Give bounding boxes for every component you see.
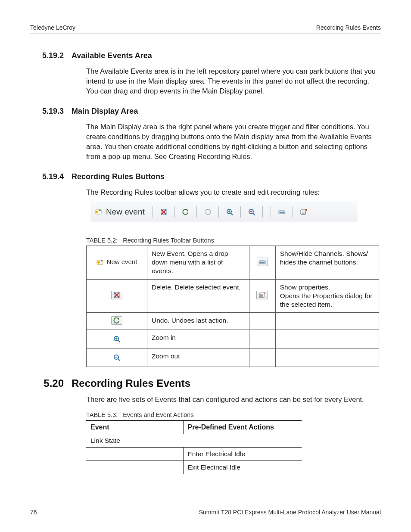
channels-button[interactable] xyxy=(276,206,287,218)
section-5-19-3-body: The Main Display area is the right panel… xyxy=(86,122,378,161)
recording-rules-toolbar: New event xyxy=(90,202,358,222)
zoom-in-icon xyxy=(113,336,120,342)
undo-button[interactable] xyxy=(180,206,191,218)
cell-icon xyxy=(87,279,147,312)
toolbar-separator xyxy=(196,206,197,218)
toolbar-separator xyxy=(153,206,153,218)
page: Teledyne LeCroy Recording Rules Events 5… xyxy=(0,0,411,532)
cell-icon xyxy=(87,330,147,348)
table-label: TABLE 5.3: xyxy=(86,411,118,418)
cell-icon: New event xyxy=(87,246,147,279)
cell-description: Show/Hide Channels. Shows/ hides the cha… xyxy=(275,246,379,279)
section-number: 5.19.4 xyxy=(30,172,72,181)
section-5-19-3-heading: 5.19.3 Main Display Area xyxy=(30,107,381,116)
table-row: Delete. Delete selected event. Show prop… xyxy=(87,279,379,312)
cell-event xyxy=(86,448,183,461)
table-row: Enter Electrical Idle xyxy=(86,448,302,461)
table-5-2: New event New Event. Opens a drop-down m… xyxy=(86,246,379,367)
cell-action: Enter Electrical Idle xyxy=(183,448,302,461)
header-right: Recording Rules Events xyxy=(316,24,381,31)
new-event-label: New event xyxy=(107,258,137,266)
properties-button-sample xyxy=(256,291,268,299)
table-row: New event New Event. Opens a drop-down m… xyxy=(87,246,379,279)
table-5-3-caption: TABLE 5.3: Events and Event Actions xyxy=(86,411,381,418)
zoom-out-icon xyxy=(113,354,120,361)
table-row: Link State xyxy=(86,434,302,448)
properties-button[interactable] xyxy=(298,206,309,218)
section-number: 5.20 xyxy=(30,377,72,389)
cell-empty xyxy=(275,330,379,348)
manual-title: Summit T28 PCI Express Multi-Lane Protoc… xyxy=(199,509,381,516)
redo-icon xyxy=(204,208,211,215)
properties-icon xyxy=(300,208,307,215)
section-title: Main Display Area xyxy=(72,107,138,116)
column-header-event: Event xyxy=(86,420,183,434)
cell-empty xyxy=(249,312,275,330)
table-row: Undo. Undoes last action. xyxy=(87,312,379,330)
channels-icon xyxy=(259,258,266,265)
toolbar-separator xyxy=(271,206,271,218)
undo-icon xyxy=(113,317,120,324)
table-caption-text: Recording Rules Toolbar Buttons xyxy=(123,237,214,244)
cell-icon xyxy=(249,246,275,279)
zoom-in-button-sample xyxy=(111,333,122,345)
toolbar-separator xyxy=(174,206,175,218)
cell-icon xyxy=(249,279,275,312)
zoom-in-icon xyxy=(226,208,233,215)
section-number: 5.19.2 xyxy=(30,51,72,60)
delete-button[interactable] xyxy=(158,206,169,218)
running-header: Teledyne LeCroy Recording Rules Events xyxy=(30,24,381,34)
zoom-out-button[interactable] xyxy=(246,206,257,218)
channels-button-sample xyxy=(257,258,268,266)
section-5-19-2-body: The Available Events area is in the left… xyxy=(86,66,378,96)
section-5-19-4-body: The Recording Rules toolbar allows you t… xyxy=(86,187,378,197)
section-title: Recording Rules Events xyxy=(72,377,190,389)
zoom-out-icon xyxy=(248,208,255,215)
channels-icon xyxy=(278,208,285,215)
toolbar-separator xyxy=(293,206,293,218)
cell-event xyxy=(86,461,183,474)
table-5-3: Event Pre-Defined Event Actions Link Sta… xyxy=(86,420,302,474)
column-header-actions: Pre-Defined Event Actions xyxy=(183,420,302,434)
section-title: Available Events Area xyxy=(72,51,152,60)
table-caption-text: Events and Event Actions xyxy=(123,411,193,418)
cell-description: Zoom out xyxy=(147,348,249,367)
header-left: Teledyne LeCroy xyxy=(30,24,75,31)
table-label: TABLE 5.2: xyxy=(86,237,118,244)
table-row: Exit Electrical Idle xyxy=(86,461,302,474)
new-event-icon xyxy=(97,258,104,265)
table-row: Zoom out xyxy=(87,348,379,367)
section-5-20-body: There are five sets of Events that can c… xyxy=(86,395,378,404)
table-header-row: Event Pre-Defined Event Actions xyxy=(86,420,302,434)
table-5-2-caption: TABLE 5.2: Recording Rules Toolbar Butto… xyxy=(86,237,381,244)
cell-empty xyxy=(275,348,379,367)
page-footer: 76 Summit T28 PCI Express Multi-Lane Pro… xyxy=(30,509,381,516)
new-event-button-sample: New event xyxy=(97,258,137,266)
cell-icon xyxy=(87,312,147,330)
new-event-button[interactable]: New event xyxy=(95,207,147,217)
cell-description: New Event. Opens a drop-down menu with a… xyxy=(147,246,249,279)
cell-empty xyxy=(249,330,275,348)
cell-description: Undo. Undoes last action. xyxy=(147,312,249,330)
table-row: Zoom in xyxy=(87,330,379,348)
section-number: 5.19.3 xyxy=(30,107,72,116)
new-event-label: New event xyxy=(106,207,145,217)
cell-icon xyxy=(87,348,147,367)
new-event-icon xyxy=(95,208,103,216)
section-5-19-2-heading: 5.19.2 Available Events Area xyxy=(30,51,381,60)
event-group-name: Link State xyxy=(86,434,302,448)
cell-action: Exit Electrical Idle xyxy=(183,461,302,474)
cell-description: Zoom in xyxy=(147,330,249,348)
toolbar-separator xyxy=(240,206,241,218)
section-title: Recording Rules Buttons xyxy=(72,172,165,181)
zoom-out-button-sample xyxy=(111,352,122,363)
zoom-in-button[interactable] xyxy=(224,206,235,218)
toolbar-separator xyxy=(262,206,263,218)
delete-button-sample xyxy=(111,291,122,299)
section-5-20-heading: 5.20 Recording Rules Events xyxy=(30,377,381,389)
undo-button-sample xyxy=(111,316,122,325)
delete-icon xyxy=(160,208,167,215)
toolbar-separator xyxy=(218,206,219,218)
cell-description: Show properties. Opens the Properties di… xyxy=(275,279,379,312)
redo-button[interactable] xyxy=(202,206,213,218)
